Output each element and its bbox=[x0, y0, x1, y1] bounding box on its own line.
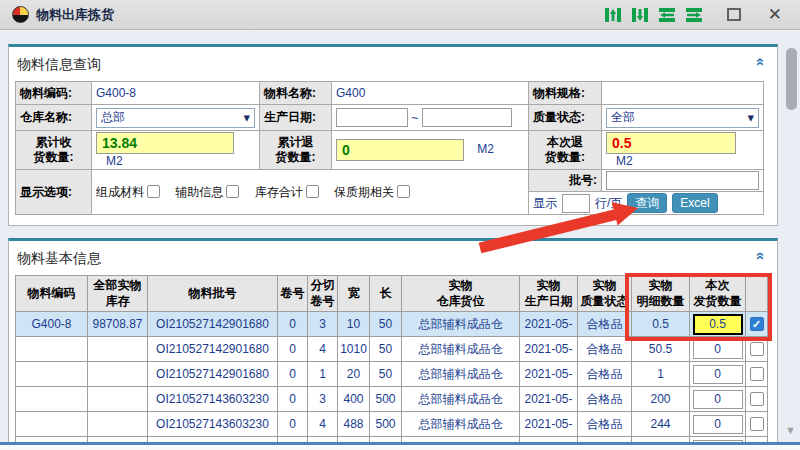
option-compose-material-checkbox[interactable] bbox=[147, 185, 160, 198]
ship-qty-input[interactable] bbox=[693, 340, 743, 359]
table-row[interactable]: OI210527142901680 0 4 1010 50 总部辅料成品仓 20… bbox=[16, 337, 768, 362]
pager-prefix: 显示 bbox=[533, 195, 557, 212]
total-received-value: 13.84 bbox=[96, 132, 234, 154]
display-options-label: 显示选项: bbox=[16, 170, 92, 215]
table-row[interactable]: G400-8 98708.87 OI210527142901680 0 3 10… bbox=[16, 312, 768, 337]
check-icon: ✓ bbox=[752, 318, 761, 330]
row-checkbox[interactable] bbox=[750, 367, 764, 381]
date-range-separator: ~ bbox=[411, 111, 418, 125]
warehouse-select[interactable]: 总部 ▾ bbox=[96, 108, 255, 128]
scrollbar-thumb[interactable] bbox=[786, 48, 797, 110]
table-row[interactable]: OI210527143603230 0 3 400 500 总部辅料成品仓 20… bbox=[16, 387, 768, 412]
option-aux-info-label: 辅助信息 bbox=[175, 185, 223, 199]
total-returned-unit: M2 bbox=[477, 142, 494, 156]
production-date-to-input[interactable] bbox=[422, 108, 512, 127]
batch-no-input[interactable] bbox=[606, 171, 759, 190]
close-button[interactable]: ✕ bbox=[768, 6, 782, 23]
total-returned-value: 0 bbox=[336, 139, 464, 161]
display-options-group: 组成材料 辅助信息 库存合计 保质期相关 bbox=[92, 170, 529, 215]
material-code-label: 物料编码: bbox=[16, 82, 92, 105]
material-table: 物料编码 全部实物 库存 物料批号 卷号 分切 卷号 宽 长 实物 仓库货位 实… bbox=[15, 275, 768, 444]
window-bottom-strip bbox=[0, 445, 800, 450]
material-code-value[interactable]: G400-8 bbox=[92, 82, 260, 105]
query-form: 物料编码: G400-8 物料名称: G400 物料规格: 仓库名称: 总部 ▾… bbox=[15, 81, 764, 215]
chevron-down-icon: ▾ bbox=[747, 113, 754, 123]
material-name-label: 物料名称: bbox=[260, 82, 332, 105]
current-return-label: 本次退 货数量: bbox=[529, 131, 602, 170]
warehouse-label: 仓库名称: bbox=[16, 105, 92, 131]
ship-qty-input[interactable] bbox=[693, 390, 743, 409]
rows-per-page-input[interactable] bbox=[562, 194, 590, 213]
row-checkbox[interactable] bbox=[750, 417, 764, 431]
option-compose-material-label: 组成材料 bbox=[96, 185, 144, 199]
table-panel-title: 物料基本信息 bbox=[9, 241, 777, 275]
option-stock-total-label: 库存合计 bbox=[255, 185, 303, 199]
query-button[interactable]: 查询 bbox=[627, 193, 667, 213]
batch-no-label: 批号: bbox=[529, 170, 602, 192]
quality-status-label: 质量状态: bbox=[529, 105, 602, 131]
total-received-unit: M2 bbox=[106, 154, 123, 168]
table-header-row: 物料编码 全部实物 库存 物料批号 卷号 分切 卷号 宽 长 实物 仓库货位 实… bbox=[16, 276, 768, 312]
current-return-unit: M2 bbox=[616, 154, 633, 168]
expand-horizontal-icon[interactable] bbox=[684, 7, 704, 23]
option-stock-total-checkbox[interactable] bbox=[306, 185, 319, 198]
option-aux-info-checkbox[interactable] bbox=[226, 185, 239, 198]
material-spec-label: 物料规格: bbox=[529, 82, 602, 105]
current-return-value: 0.5 bbox=[606, 132, 736, 154]
production-date-label: 生产日期: bbox=[260, 105, 332, 131]
maximize-button[interactable] bbox=[727, 8, 741, 21]
row-checkbox[interactable] bbox=[750, 392, 764, 406]
ship-qty-input[interactable] bbox=[693, 314, 743, 335]
pager-suffix: 行/页 bbox=[595, 195, 622, 212]
ship-qty-input[interactable] bbox=[693, 365, 743, 384]
window-title: 物料出库拣货 bbox=[36, 6, 114, 24]
table-row[interactable]: OI210527143603230 0 4 488 500 总部辅料成品仓 20… bbox=[16, 412, 768, 437]
row-checkbox[interactable]: ✓ bbox=[750, 317, 764, 331]
total-received-label: 累计收 货数量: bbox=[16, 131, 92, 170]
row-checkbox[interactable] bbox=[750, 342, 764, 356]
option-shelf-life-checkbox[interactable] bbox=[397, 185, 410, 198]
material-spec-value[interactable] bbox=[602, 82, 764, 105]
total-returned-label: 累计退 货数量: bbox=[260, 131, 332, 170]
collapse-panel-icon[interactable]: « bbox=[755, 58, 767, 66]
material-info-panel: 物料基本信息 « 物料编码 全部实物 库存 物料批号 卷号 分切 卷号 宽 长 … bbox=[8, 238, 778, 444]
quality-status-select[interactable]: 全部 ▾ bbox=[606, 108, 759, 128]
collapse-panel-icon[interactable]: « bbox=[755, 252, 767, 260]
excel-button[interactable]: Excel bbox=[672, 193, 717, 213]
ship-qty-input[interactable] bbox=[693, 415, 743, 434]
query-panel-title: 物料信息查询 bbox=[9, 47, 777, 81]
expand-vertical-icon[interactable] bbox=[630, 7, 650, 23]
title-bar: 物料出库拣货 ✕ bbox=[0, 0, 800, 30]
material-name-value[interactable]: G400 bbox=[332, 82, 529, 105]
scroll-down-icon[interactable]: ▼ bbox=[785, 424, 796, 436]
production-date-from-input[interactable] bbox=[336, 108, 408, 127]
shrink-horizontal-icon[interactable] bbox=[657, 7, 677, 23]
app-logo-icon bbox=[12, 6, 29, 23]
chevron-down-icon: ▾ bbox=[243, 113, 250, 123]
material-query-panel: 物料信息查询 « 物料编码: G400-8 物料名称: G400 物料规格: 仓… bbox=[8, 44, 778, 226]
table-row[interactable]: OI210527142901680 0 1 20 50 总部辅料成品仓 2021… bbox=[16, 362, 768, 387]
option-shelf-life-label: 保质期相关 bbox=[334, 185, 394, 199]
shrink-vertical-icon[interactable] bbox=[603, 7, 623, 23]
